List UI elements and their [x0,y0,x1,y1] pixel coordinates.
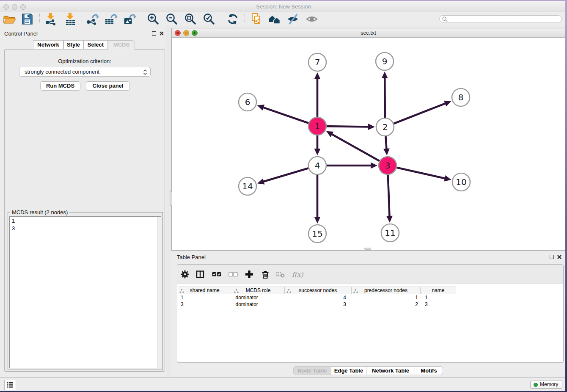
table-cell[interactable]: 1 [178,294,232,301]
search-icon [442,17,448,22]
table-tab-network-table[interactable]: Network Table [366,366,415,375]
toolbar-separator [82,14,82,24]
table-panel-close-button[interactable] [557,254,562,259]
network-view-window: scc.txt 7968124314101511 [171,28,565,251]
export-network-icon[interactable] [85,12,99,26]
table-cell[interactable]: 3 [285,301,352,308]
toolbar-separator [141,14,141,24]
control-panel: Control Panel NetworkStyleSelectMCDS Opt… [0,26,166,377]
table-cell[interactable]: 3 [421,301,456,308]
table-cell[interactable]: dominator [232,301,285,308]
svg-text:1: 1 [315,121,320,131]
control-panel-tab-select[interactable]: Select [83,40,108,50]
desktop-top-edge [0,0,567,1]
hide-panel-icon[interactable] [286,12,300,26]
task-history-button[interactable] [4,380,16,390]
column-header-successor-nodes[interactable]: successor nodes [285,287,352,294]
table-tab-edge-table[interactable]: Edge Table [331,366,366,375]
zoom-selected-icon[interactable] [202,12,216,26]
memory-button-label: Memory [540,381,558,387]
network-window-titlebar: scc.txt [172,28,565,38]
status-bar: Memory [0,377,567,392]
delete-row-icon[interactable] [260,269,272,280]
main-toolbar [0,11,567,26]
mcds-result-scrollbar[interactable] [157,217,161,368]
control-panel-tab-mcds[interactable]: MCDS [108,40,135,50]
export-image-icon[interactable] [123,12,136,26]
graph-node-2[interactable]: 2 [376,118,394,136]
show-panel-icon[interactable] [305,12,319,26]
table-tab-node-table[interactable]: Node Table [293,366,331,375]
zoom-in-icon[interactable] [146,12,160,26]
refresh-icon[interactable] [226,12,239,26]
column-header-predecessor-nodes[interactable]: predecessor nodes [352,287,421,294]
table-cell[interactable]: 4 [285,294,352,301]
search-input[interactable] [439,15,562,22]
svg-text:9: 9 [382,56,388,66]
network-canvas[interactable]: 7968124314101511 [172,38,565,250]
table-cell[interactable]: 2 [352,301,421,308]
run-mcds-button[interactable]: Run MCDS [40,81,80,91]
column-settings-icon[interactable] [179,269,192,280]
close-panel-button[interactable]: Close panel [86,81,130,91]
vertical-splitter-handle[interactable] [170,191,172,206]
graph-node-8[interactable]: 8 [452,88,470,106]
mcds-result-line: 3 [12,225,159,232]
column-layout-icon[interactable] [195,269,207,280]
delete-table-icon[interactable] [275,269,288,280]
graph-node-6[interactable]: 6 [239,93,256,111]
svg-text:6: 6 [245,97,250,107]
node-table: f(x) shared nameMCDS rolesuccessor nodes… [177,264,564,363]
graph-node-11[interactable]: 11 [381,224,399,242]
graph-node-4[interactable]: 4 [308,157,326,174]
import-table-icon[interactable] [63,12,77,26]
graph-node-14[interactable]: 14 [239,177,256,195]
table-cell[interactable]: 1 [421,294,456,301]
graph-node-15[interactable]: 15 [308,225,326,243]
table-cell[interactable]: 1 [352,294,421,301]
select-all-icon[interactable] [211,269,224,280]
graph-node-3[interactable]: 3 [379,157,396,174]
mcds-result-title: MCDS result (2 nodes) [10,209,69,215]
table-cell[interactable]: 3 [178,301,232,308]
svg-text:11: 11 [385,228,395,238]
table-panel-float-button[interactable] [550,255,554,259]
zoom-fit-icon[interactable] [184,12,197,26]
home-layout-icon[interactable] [268,12,281,26]
mcds-result-box: MCDS result (2 nodes) 13 [8,212,163,370]
control-panel-title: Control Panel [4,30,38,37]
function-builder-icon[interactable]: f(x) [292,269,305,280]
table-cell[interactable]: dominator [232,294,285,301]
clone-network-icon[interactable] [249,12,263,26]
task-list-icon [5,380,16,390]
column-header-MCDS-role[interactable]: MCDS role [232,287,285,294]
zoom-out-icon[interactable] [165,12,179,26]
application-window: { "window": { "title": "Session: New Ses… [0,0,567,392]
graph-node-7[interactable]: 7 [308,53,326,71]
column-header-shared-name[interactable]: shared name [178,287,232,294]
deselect-all-icon[interactable] [228,269,240,280]
control-panel-tab-network[interactable]: Network [33,40,63,50]
import-network-icon[interactable] [44,12,58,26]
control-panel-close-button[interactable] [159,31,164,36]
table-tab-motifs[interactable]: Motifs [415,366,443,375]
save-session-icon[interactable] [20,12,34,26]
add-row-icon[interactable] [244,269,256,280]
open-session-icon[interactable] [3,12,16,26]
toolbar-separator [245,14,245,24]
horizontal-splitter-handle[interactable] [364,248,371,250]
control-panel-tab-style[interactable]: Style [63,40,83,50]
svg-text:4: 4 [315,160,320,171]
svg-text:2: 2 [383,122,388,132]
optimization-criterion-select[interactable]: strongly connected component [19,67,151,77]
export-table-icon[interactable] [104,12,118,26]
graph-node-10[interactable]: 10 [452,173,470,191]
memory-status-icon [534,383,538,387]
column-header-name[interactable]: name [421,287,456,294]
graph-node-9[interactable]: 9 [376,52,394,70]
memory-button[interactable]: Memory [530,381,562,389]
control-panel-float-button[interactable] [152,31,156,36]
graph-node-1[interactable]: 1 [308,117,326,135]
table-panel-title: Table Panel [177,254,206,260]
mcds-result-text[interactable]: 13 [9,216,161,368]
